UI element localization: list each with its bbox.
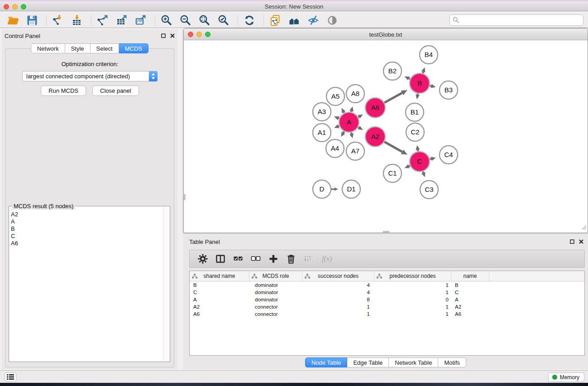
- node-A2[interactable]: A2: [365, 127, 385, 147]
- edge-B-B3[interactable]: [430, 84, 435, 88]
- clone-network-icon[interactable]: [268, 14, 282, 27]
- node-C1[interactable]: C1: [383, 164, 402, 182]
- edge-A-A7[interactable]: [349, 132, 354, 138]
- optimization-criterion-select[interactable]: largest connected component (directed): [22, 71, 158, 81]
- node-A1[interactable]: A1: [313, 124, 331, 142]
- import-network-icon[interactable]: [51, 14, 65, 27]
- edge-C-C1[interactable]: [405, 164, 410, 168]
- tab-mcds[interactable]: MCDS: [119, 43, 148, 53]
- edge-B-B4[interactable]: [421, 67, 425, 73]
- deselect-all-icon[interactable]: [248, 252, 263, 266]
- search-input[interactable]: [449, 14, 583, 26]
- columns-icon[interactable]: [213, 252, 228, 266]
- table-row[interactable]: A2connector11A2: [190, 303, 584, 310]
- tab-network-table[interactable]: Network Table: [389, 357, 438, 367]
- edge-A-A8[interactable]: [349, 106, 354, 112]
- close-panel-icon[interactable]: [170, 33, 175, 38]
- tab-network[interactable]: Network: [31, 43, 65, 53]
- edge-A2-C[interactable]: [384, 142, 407, 155]
- close-panel-button[interactable]: Close panel: [92, 86, 139, 96]
- node-C4[interactable]: C4: [440, 146, 458, 164]
- edge-B-B1[interactable]: [416, 94, 420, 100]
- mcds-result-item[interactable]: C: [11, 233, 163, 240]
- mcds-result-item[interactable]: A2: [11, 211, 163, 218]
- home-icon[interactable]: [287, 14, 301, 27]
- network-window-titlebar[interactable]: testGlobe.txt: [184, 29, 588, 40]
- run-mcds-button[interactable]: Run MCDS: [41, 86, 86, 96]
- table-row[interactable]: Bdominator41B: [190, 281, 584, 289]
- node-B[interactable]: B: [410, 73, 430, 93]
- column-header-shared-name[interactable]: shared name: [190, 271, 249, 281]
- edge-A-A3[interactable]: [334, 116, 339, 120]
- node-C3[interactable]: C3: [420, 181, 438, 199]
- node-A5[interactable]: A5: [326, 87, 344, 105]
- tab-style[interactable]: Style: [65, 43, 91, 53]
- node-B4[interactable]: B4: [420, 46, 438, 64]
- node-B1[interactable]: B1: [406, 103, 424, 121]
- add-column-icon[interactable]: [266, 252, 281, 266]
- import-table-icon[interactable]: [70, 14, 84, 27]
- float-table-panel-icon[interactable]: [569, 239, 574, 244]
- tab-motifs[interactable]: Motifs: [438, 357, 466, 367]
- mcds-result-item[interactable]: B: [11, 225, 163, 233]
- node-C[interactable]: C: [410, 152, 430, 172]
- save-session-icon[interactable]: [25, 14, 39, 27]
- edge-A-A5[interactable]: [342, 108, 346, 113]
- table-row[interactable]: Adominator80A: [190, 296, 584, 303]
- settings-icon[interactable]: [195, 252, 210, 266]
- select-all-icon[interactable]: [230, 252, 246, 266]
- edge-A6-B[interactable]: [384, 90, 407, 103]
- node-B2[interactable]: B2: [383, 62, 402, 80]
- node-B3[interactable]: B3: [440, 81, 458, 99]
- node-D[interactable]: D: [313, 180, 331, 198]
- mcds-result-item[interactable]: A: [11, 218, 163, 225]
- column-header-name[interactable]: name: [451, 271, 489, 281]
- edge-B-B2[interactable]: [404, 76, 410, 80]
- resize-grip-icon[interactable]: [581, 224, 587, 232]
- horizontal-scroll-indicator[interactable]: [383, 231, 389, 233]
- refresh-icon[interactable]: [243, 14, 256, 27]
- export-image-icon[interactable]: [134, 14, 148, 27]
- column-header-predecessor-nodes[interactable]: predecessor nodes: [374, 271, 451, 281]
- table-cell: dominator: [249, 296, 302, 303]
- network-canvas[interactable]: AA1A2A3A4A5A6A7A8BB1B2B3B4CC1C2C3C4DD1: [184, 40, 588, 233]
- node-A8[interactable]: A8: [346, 85, 364, 103]
- tab-edge-table[interactable]: Edge Table: [347, 357, 389, 367]
- node-A6[interactable]: A6: [365, 98, 385, 118]
- mcds-result-item[interactable]: A6: [11, 240, 163, 247]
- export-network-icon[interactable]: [96, 14, 110, 27]
- tab-node-table[interactable]: Node Table: [305, 357, 348, 367]
- export-table-icon[interactable]: [115, 14, 129, 27]
- edge-A-A1[interactable]: [334, 124, 339, 129]
- zoom-selected-icon[interactable]: [217, 14, 230, 27]
- show-graphics-icon[interactable]: [325, 14, 339, 27]
- vertical-scroll-indicator[interactable]: [184, 194, 186, 200]
- task-history-button[interactable]: [5, 372, 16, 381]
- tab-select[interactable]: Select: [91, 43, 119, 53]
- node-A[interactable]: A: [339, 112, 359, 132]
- node-A4[interactable]: A4: [326, 139, 344, 157]
- close-table-panel-icon[interactable]: [578, 239, 583, 244]
- float-panel-icon[interactable]: [161, 33, 166, 38]
- edge-C-C4[interactable]: [430, 157, 435, 161]
- edge-C-C3[interactable]: [421, 172, 425, 177]
- node-A3[interactable]: A3: [313, 103, 331, 121]
- node-C2[interactable]: C2: [406, 123, 424, 141]
- memory-button[interactable]: Memory: [548, 372, 584, 382]
- table-row[interactable]: A6connector11A6: [190, 310, 584, 318]
- result-scrollbar[interactable]: [163, 207, 169, 361]
- edge-C-C2[interactable]: [416, 145, 420, 152]
- zoom-fit-icon[interactable]: [198, 14, 211, 27]
- edge-A-A4[interactable]: [341, 131, 345, 137]
- hide-graphics-icon[interactable]: [306, 14, 320, 27]
- edge-D-D1[interactable]: [331, 187, 338, 191]
- delete-column-icon[interactable]: [283, 252, 299, 266]
- zoom-in-icon[interactable]: [160, 14, 173, 27]
- node-D1[interactable]: D1: [342, 180, 360, 198]
- open-session-icon[interactable]: [6, 14, 20, 27]
- table-row[interactable]: Cdominator41C: [190, 289, 584, 296]
- zoom-out-icon[interactable]: [179, 14, 192, 27]
- column-header-successor-nodes[interactable]: successor nodes: [302, 271, 374, 281]
- node-A7[interactable]: A7: [346, 142, 364, 160]
- column-header-MCDS-role[interactable]: MCDS role: [249, 271, 302, 281]
